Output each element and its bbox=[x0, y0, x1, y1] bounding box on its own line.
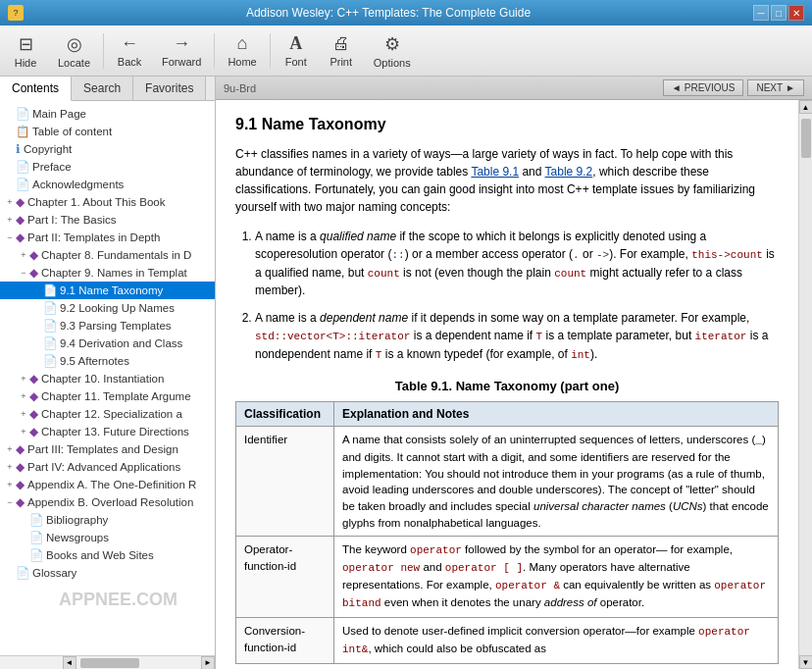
tree-item-ch9-1[interactable]: 📄 9.1 Name Taxonomy bbox=[0, 282, 215, 299]
scroll-down-arrow[interactable]: ▼ bbox=[799, 655, 813, 669]
back-button[interactable]: ← Back bbox=[108, 29, 151, 73]
expand-icon-appB[interactable]: − bbox=[4, 496, 16, 508]
title-bar-left: ? bbox=[8, 5, 24, 21]
tree-item-copyright[interactable]: ℹ Copyright bbox=[0, 140, 215, 158]
content-wrapper: 9.1 Name Taxonomy C++ classifies names i… bbox=[216, 100, 812, 669]
info-icon: ℹ bbox=[16, 142, 21, 156]
expand-icon bbox=[4, 179, 16, 190]
next-button[interactable]: NEXT ► bbox=[747, 79, 804, 96]
tab-favorites[interactable]: Favorites bbox=[133, 77, 206, 100]
scroll-track[interactable] bbox=[799, 114, 813, 655]
expand-icon-ch1[interactable]: + bbox=[4, 196, 16, 208]
tree-item-ch9-2[interactable]: 📄 9.2 Looking Up Names bbox=[0, 299, 215, 317]
tree-item-ch1[interactable]: + ◆ Chapter 1. About This Book bbox=[0, 193, 215, 211]
expand-icon-ch10[interactable]: + bbox=[18, 373, 29, 385]
expand-icon-part4[interactable]: + bbox=[4, 461, 16, 473]
print-label: Print bbox=[330, 56, 352, 68]
tree-item-part4[interactable]: + ◆ Part IV: Advanced Applications bbox=[0, 458, 215, 476]
tree-item-part3[interactable]: + ◆ Part III: Templates and Design bbox=[0, 440, 215, 458]
tree-item-ch12[interactable]: + ◆ Chapter 12. Specialization a bbox=[0, 405, 215, 423]
tree-label: Books and Web Sites bbox=[46, 549, 154, 561]
tree-item-part2[interactable]: − ◆ Part II: Templates in Depth bbox=[0, 229, 215, 246]
tree-item-ch11[interactable]: + ◆ Chapter 11. Template Argume bbox=[0, 387, 215, 405]
page-icon: 📄 bbox=[29, 531, 43, 544]
locate-button[interactable]: ◎ Locate bbox=[49, 29, 99, 73]
tree-item-newsgroups[interactable]: 📄 Newsgroups bbox=[0, 529, 215, 546]
tree-container[interactable]: 📄 Main Page 📋 Table of content ℹ Copyrig… bbox=[0, 101, 215, 655]
tree-label: Main Page bbox=[32, 108, 86, 120]
folder-icon: ◆ bbox=[29, 372, 38, 386]
hide-button[interactable]: ⊟ Hide bbox=[4, 29, 47, 73]
expand-icon-ch8[interactable]: + bbox=[18, 249, 29, 261]
table-row: Conversion-function-id Used to denote us… bbox=[236, 618, 779, 664]
toolbar-sep-3 bbox=[270, 33, 271, 69]
tree-label: Chapter 11. Template Argume bbox=[41, 390, 191, 402]
expand-icon-ch11[interactable]: + bbox=[18, 390, 29, 402]
close-button[interactable]: ✕ bbox=[788, 5, 804, 21]
print-button[interactable]: 🖨 Print bbox=[320, 29, 363, 73]
scroll-up-arrow[interactable]: ▲ bbox=[799, 100, 813, 114]
tree-item-toc[interactable]: 📋 Table of content bbox=[0, 123, 215, 140]
scroll-right-arrow[interactable]: ► bbox=[201, 656, 215, 670]
table-header-classification: Classification bbox=[236, 402, 334, 427]
title-bar: ? Addison Wesley: C++ Templates: The Com… bbox=[0, 0, 812, 26]
tree-item-appB[interactable]: − ◆ Appendix B. Overload Resolution bbox=[0, 493, 215, 511]
right-scrollbar[interactable]: ▲ ▼ bbox=[798, 100, 812, 669]
page-icon: 📄 bbox=[43, 283, 57, 297]
scroll-thumb[interactable] bbox=[80, 658, 139, 668]
scroll-left-arrow[interactable]: ◄ bbox=[63, 656, 76, 670]
expand-icon-part3[interactable]: + bbox=[4, 443, 16, 455]
table92-link[interactable]: Table 9.2 bbox=[545, 165, 593, 179]
tree-item-appA[interactable]: + ◆ Appendix A. The One-Definition R bbox=[0, 476, 215, 493]
table-cell-operator-desc: The keyword operator followed by the sym… bbox=[334, 537, 779, 618]
scroll-thumb[interactable] bbox=[801, 119, 811, 158]
expand-icon bbox=[4, 108, 16, 120]
tree-item-ch9-4[interactable]: 📄 9.4 Derivation and Class bbox=[0, 334, 215, 352]
table-header-explanation: Explanation and Notes bbox=[334, 402, 779, 427]
tab-contents[interactable]: Contents bbox=[0, 77, 72, 101]
tree-item-glossary[interactable]: 📄 Glossary bbox=[0, 564, 215, 582]
tree-item-books[interactable]: 📄 Books and Web Sites bbox=[0, 546, 215, 564]
minimize-button[interactable]: ─ bbox=[753, 5, 769, 21]
options-button[interactable]: ⚙ Options bbox=[365, 29, 420, 73]
left-scrollbar[interactable]: ◄ ► bbox=[0, 655, 215, 669]
font-button[interactable]: A Font bbox=[275, 29, 318, 73]
tree-item-preface[interactable]: 📄 Preface bbox=[0, 158, 215, 176]
table91-link[interactable]: Table 9.1 bbox=[471, 165, 519, 179]
app-icon: ? bbox=[8, 5, 24, 21]
toolbar-sep-2 bbox=[214, 33, 215, 69]
tab-search[interactable]: Search bbox=[72, 77, 133, 100]
folder-icon: ◆ bbox=[16, 213, 25, 227]
page-icon: 📄 bbox=[43, 301, 57, 315]
tree-item-ack[interactable]: 📄 Acknowledgments bbox=[0, 176, 215, 193]
home-button[interactable]: ⌂ Home bbox=[219, 29, 265, 73]
tree-item-main-page[interactable]: 📄 Main Page bbox=[0, 105, 215, 123]
right-panel: 9u-Brd ◄ PREVIOUS NEXT ► 9.1 Name Taxono… bbox=[216, 77, 812, 669]
expand-icon-ch12[interactable]: + bbox=[18, 408, 29, 420]
tree-item-ch13[interactable]: + ◆ Chapter 13. Future Directions bbox=[0, 423, 215, 440]
prev-button[interactable]: ◄ PREVIOUS bbox=[663, 79, 744, 96]
maximize-button[interactable]: □ bbox=[771, 5, 787, 21]
tree-item-biblio[interactable]: 📄 Bibliography bbox=[0, 511, 215, 529]
tree-item-ch9[interactable]: − ◆ Chapter 9. Names in Templat bbox=[0, 264, 215, 282]
page-icon: 📄 bbox=[16, 107, 29, 121]
expand-icon-biblio bbox=[18, 514, 29, 526]
expand-icon-ch13[interactable]: + bbox=[18, 426, 29, 437]
nav-bar: 9u-Brd ◄ PREVIOUS NEXT ► bbox=[216, 77, 812, 100]
concept-list: A name is a qualified name if the scope … bbox=[255, 228, 779, 363]
expand-icon-ch9[interactable]: − bbox=[18, 267, 29, 279]
tree-label: Chapter 8. Fundamentals in D bbox=[41, 249, 191, 261]
tree-item-ch9-5[interactable]: 📄 9.5 Afternotes bbox=[0, 352, 215, 370]
tree-item-part1[interactable]: + ◆ Part I: The Basics bbox=[0, 211, 215, 229]
folder-icon: ◆ bbox=[16, 442, 25, 456]
forward-button[interactable]: → Forward bbox=[153, 29, 210, 73]
tree-item-ch10[interactable]: + ◆ Chapter 10. Instantiation bbox=[0, 370, 215, 387]
table-cell-conversion-desc: Used to denote user-defined implicit con… bbox=[334, 618, 779, 664]
expand-icon-part2[interactable]: − bbox=[4, 232, 16, 243]
page-icon: 📄 bbox=[43, 319, 57, 333]
tree-item-ch9-3[interactable]: 📄 9.3 Parsing Templates bbox=[0, 317, 215, 334]
expand-icon-part1[interactable]: + bbox=[4, 214, 16, 226]
expand-icon-appA[interactable]: + bbox=[4, 479, 16, 490]
tree-item-ch8[interactable]: + ◆ Chapter 8. Fundamentals in D bbox=[0, 246, 215, 264]
hide-label: Hide bbox=[15, 57, 37, 69]
